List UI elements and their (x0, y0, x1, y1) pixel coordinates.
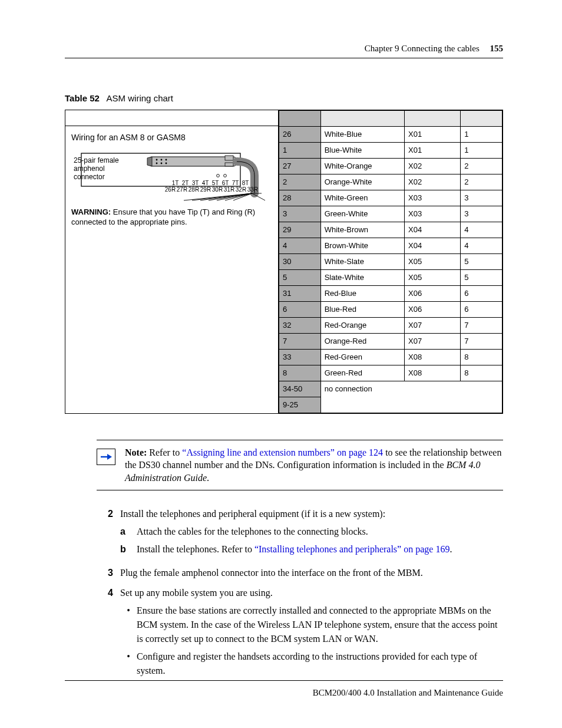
footer-rule (65, 680, 503, 681)
ring-label: 26R (164, 186, 176, 194)
color-cell: White-Orange (320, 158, 404, 174)
svg-rect-1 (148, 157, 237, 166)
note-body: Note: Refer to “Assigning line and exten… (125, 446, 503, 485)
step-4-text: Set up any mobile system you are using. (120, 586, 503, 600)
color-cell: Blue-White (320, 142, 404, 158)
note-period: . (207, 473, 209, 483)
step-3: 3 Plug the female amphenol connector int… (97, 566, 503, 580)
aux-cell: X02 (405, 174, 461, 190)
step-2b-link[interactable]: “Installing telephones and peripherals” … (254, 544, 449, 554)
aux-cell: X01 (405, 126, 461, 142)
svg-point-4 (160, 159, 162, 161)
svg-point-12 (223, 174, 226, 177)
pin-cell: 4 (279, 238, 321, 253)
step-2: 2 Install the telephones and peripheral … (97, 507, 503, 560)
table-row: 3Green-WhiteX033 (279, 206, 503, 222)
table-row: 5Slate-WhiteX055 (279, 269, 503, 285)
table-row: 31Red-BlueX066 (279, 285, 503, 301)
ring-label: 30R (211, 186, 223, 194)
pin-table: 26White-BlueX0111Blue-WhiteX01127White-O… (279, 110, 503, 413)
table-row: 33Red-GreenX088 (279, 349, 503, 365)
svg-point-6 (156, 163, 157, 164)
step-2b-text: Install the telephones. Refer to “Instal… (137, 542, 503, 556)
aux-cell: X04 (405, 238, 461, 253)
table-row: 8Green-RedX088 (279, 365, 503, 381)
wiring-warning-label: WARNING: (71, 207, 111, 216)
table-row: 7Orange-RedX077 (279, 333, 503, 349)
step-3-text: Plug the female amphenol connector into … (120, 566, 503, 580)
pin-cell: 29 (279, 222, 321, 238)
table-caption-label: Table 52 (65, 93, 100, 103)
wiring-warning: WARNING: Ensure that you have Tip (T) an… (71, 207, 272, 227)
aux-cell: X07 (405, 333, 461, 349)
table-row: 26White-BlueX011 (279, 126, 503, 142)
color-cell: Orange-Red (320, 333, 404, 349)
table-row: 6Blue-RedX066 (279, 301, 503, 317)
table-row: 27White-OrangeX022 (279, 158, 503, 174)
pin-cell: 6 (279, 301, 321, 317)
page-footer: BCM200/400 4.0 Installation and Maintena… (65, 670, 503, 699)
wiring-chart-right: 26White-BlueX0111Blue-WhiteX01127White-O… (279, 110, 503, 413)
pin-cell: 34-50 (279, 381, 321, 397)
ring-label: 28R (188, 186, 200, 194)
color-cell: White-Blue (320, 126, 404, 142)
svg-point-8 (165, 163, 167, 164)
step-2a-text: Attach the cables for the telephones to … (137, 525, 503, 539)
aux-cell: X05 (405, 253, 461, 269)
port-cell: 4 (461, 238, 503, 253)
step-number: 4 (97, 586, 120, 681)
pin-cell: 3 (279, 206, 321, 222)
note-block: Note: Refer to “Assigning line and exten… (97, 440, 503, 491)
port-cell: 1 (461, 126, 503, 142)
step-number: 3 (97, 566, 120, 580)
color-cell: Green-White (320, 206, 404, 222)
step-2b-pre: Install the telephones. Refer to (137, 544, 254, 554)
port-cell: 7 (461, 317, 503, 333)
aux-cell: X07 (405, 317, 461, 333)
aux-cell: X08 (405, 365, 461, 381)
aux-cell: X05 (405, 269, 461, 285)
steps-list: 2 Install the telephones and peripheral … (97, 507, 503, 681)
color-cell: Red-Green (320, 349, 404, 365)
color-cell: White-Slate (320, 253, 404, 269)
color-cell: Red-Blue (320, 285, 404, 301)
color-cell: White-Brown (320, 222, 404, 238)
ring-label: 32R (235, 186, 247, 194)
step-2b-letter: b (120, 542, 137, 556)
header-rule (65, 58, 503, 58)
port-cell: 7 (461, 333, 503, 349)
svg-marker-14 (107, 454, 112, 460)
page-number: 155 (490, 44, 504, 53)
step-2-text: Install the telephones and peripheral eq… (120, 507, 503, 521)
note-link[interactable]: “Assigning line and extension numbers” o… (182, 447, 383, 457)
aux-cell: X03 (405, 206, 461, 222)
note-pre: Refer to (147, 447, 182, 457)
color-cell: Red-Orange (320, 317, 404, 333)
connector-caption-2: amphenol (74, 164, 105, 173)
port-cell: 8 (461, 365, 503, 381)
port-cell: 3 (461, 206, 503, 222)
table-row: 30White-SlateX055 (279, 253, 503, 269)
port-cell: 4 (461, 222, 503, 238)
port-cell: 2 (461, 158, 503, 174)
color-cell: Green-Red (320, 365, 404, 381)
step-2b-post: . (449, 544, 452, 554)
svg-point-3 (156, 159, 157, 161)
svg-point-5 (165, 159, 167, 161)
pin-cell: 32 (279, 317, 321, 333)
aux-cell: X04 (405, 222, 461, 238)
note-label: Note: (125, 447, 147, 457)
pin-cell: 30 (279, 253, 321, 269)
footer-text: BCM200/400 4.0 Installation and Maintena… (313, 688, 503, 697)
color-cell: Blue-Red (320, 301, 404, 317)
pin-cell: 8 (279, 365, 321, 381)
color-cell: Slate-White (320, 269, 404, 285)
aux-cell: X06 (405, 285, 461, 301)
bullet-icon: • (120, 604, 137, 646)
ring-label: 29R (200, 186, 211, 194)
table-row: 34-50no connection (279, 381, 503, 397)
aux-cell: X06 (405, 301, 461, 317)
wiring-left-title: Wiring for an ASM 8 or GASM8 (71, 132, 272, 143)
svg-point-11 (216, 174, 219, 177)
port-cell: 2 (461, 174, 503, 190)
